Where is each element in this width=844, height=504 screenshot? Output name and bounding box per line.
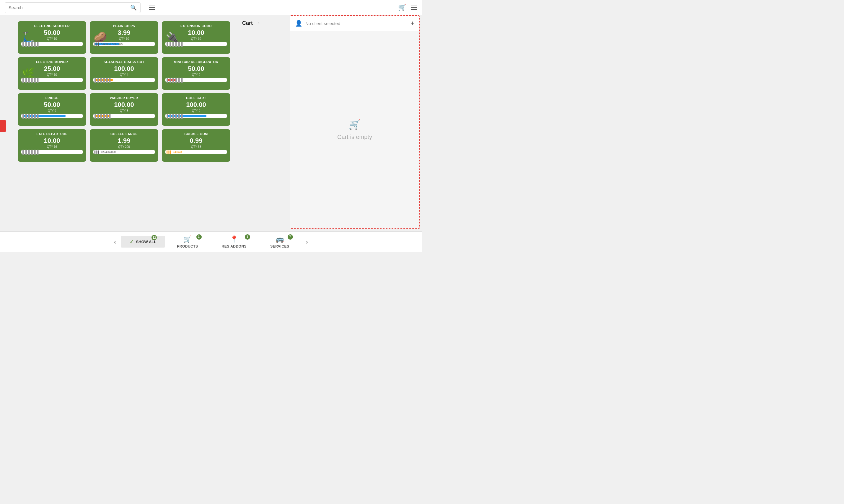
product-qty: QTY 2 xyxy=(192,73,200,76)
product-card-inner: LATE DEPARTURE 10.00 QTY 16 ▌▌▌▌▌▌ xyxy=(21,132,83,154)
product-card-inner: FRIDGE 50.00 QTY 9 ▌▌▌▌▌▌ xyxy=(21,96,83,118)
product-name: COFFEE LARGE xyxy=(110,132,138,136)
product-card[interactable]: MINI BAR REFRIGERATOR 50.00 QTY 2 ▌▌▌▌▌▌ xyxy=(162,57,230,90)
product-bar-container: ▌▌▌▌▌▌ xyxy=(21,78,83,82)
product-qty: QTY 9 xyxy=(48,109,56,112)
product-name: BUBBLE GUM xyxy=(184,132,208,136)
barcode-icon: ▌▌▌▌▌▌ xyxy=(22,42,40,46)
product-name: GOLF CART xyxy=(186,96,207,100)
barcode-icon: ▌▌▌▌▌▌ xyxy=(22,78,40,82)
header: 🔍 🛒 xyxy=(0,0,422,15)
check-icon: ✓ xyxy=(130,239,134,245)
product-bar-container: ▌▌▌▌▌▌ xyxy=(165,114,227,118)
product-name: EXTENSION CORD xyxy=(180,24,212,28)
tab-products[interactable]: 🛒 PRODUCTS 3 xyxy=(165,235,210,249)
product-price: 10.00 xyxy=(44,137,60,145)
search-button[interactable]: 🔍 xyxy=(130,4,137,11)
product-price: 3.99 xyxy=(118,29,130,37)
product-card-inner: COFFEE LARGE 1.99 QTY 200 ▌▌▌ 1234567890 xyxy=(93,132,155,154)
product-bar-container: ▌▌▌▌▌▌ xyxy=(93,78,155,82)
product-price: 1.99 xyxy=(118,137,130,145)
product-name: FRIDGE xyxy=(46,96,59,100)
tab-res-addons[interactable]: 📍 RES ADDONS 1 xyxy=(210,235,259,249)
tab-services[interactable]: 🚌 SERVICES 7 xyxy=(258,235,301,249)
product-name: WASHER DRYER xyxy=(110,96,138,100)
product-qty: QTY 10 xyxy=(47,73,57,76)
product-name: PLAIN CHIPS xyxy=(113,24,135,28)
products-area: 🛴 ELECTRIC SCOOTER 50.00 QTY 10 ▌▌▌▌▌▌ 🥔… xyxy=(0,15,287,231)
product-card[interactable]: LATE DEPARTURE 10.00 QTY 16 ▌▌▌▌▌▌ xyxy=(18,129,86,162)
barcode-text: ▌▌▌ A12345678901122 xyxy=(94,42,123,46)
product-card[interactable]: 🥔 PLAIN CHIPS 3.99 QTY 10 ▌▌▌ A123456789… xyxy=(90,21,158,54)
product-name: SEASONAL GRASS CUT xyxy=(104,60,144,64)
product-card[interactable]: FRIDGE 50.00 QTY 9 ▌▌▌▌▌▌ xyxy=(18,93,86,126)
cart-empty-text: Cart is empty xyxy=(337,134,372,141)
product-name: ELECTRIC MOWER xyxy=(36,60,68,64)
barcode-text: ▌▌▌ 345623 xyxy=(166,150,182,154)
product-price: 0.99 xyxy=(190,137,203,145)
product-bar-container: ▌▌▌▌▌▌ xyxy=(21,150,83,154)
tab-icon: 📍 xyxy=(230,235,238,243)
product-card[interactable]: GOLF CART 100.00 QTY 9 ▌▌▌▌▌▌ xyxy=(162,93,230,126)
product-qty: QTY 9 xyxy=(192,109,200,112)
product-price: 10.00 xyxy=(188,29,204,37)
product-card-inner: BUBBLE GUM 0.99 QTY 33 ▌▌▌ 345623 xyxy=(165,132,227,154)
bottom-bar: ‹ ✓ SHOW ALL 12 🛒 PRODUCTS 3 📍 RES ADDON… xyxy=(0,231,422,252)
product-qty: QTY 3 xyxy=(120,109,128,112)
cart-annotation: Cart → xyxy=(242,20,261,26)
hamburger-icon xyxy=(149,6,155,10)
product-bar-container: ▌▌▌▌▌▌ xyxy=(165,42,227,46)
product-qty: QTY 4 xyxy=(120,73,128,76)
client-icon: 👤 xyxy=(295,20,302,27)
product-card[interactable]: WASHER DRYER 100.00 QTY 3 ▌▌▌▌▌▌ xyxy=(90,93,158,126)
product-card[interactable]: 🔌 EXTENSION CORD 10.00 QTY 10 ▌▌▌▌▌▌ xyxy=(162,21,230,54)
product-name: MINI BAR REFRIGERATOR xyxy=(174,60,218,64)
next-arrow-button[interactable]: › xyxy=(301,238,313,246)
header-menu-button[interactable] xyxy=(146,4,158,11)
cart-header: 👤 No client selected + xyxy=(290,16,419,31)
product-qty: QTY 33 xyxy=(191,145,201,148)
main-layout: 🛴 ELECTRIC SCOOTER 50.00 QTY 10 ▌▌▌▌▌▌ 🥔… xyxy=(0,15,422,231)
product-card-inner: MINI BAR REFRIGERATOR 50.00 QTY 2 ▌▌▌▌▌▌ xyxy=(165,60,227,82)
product-qty: QTY 16 xyxy=(47,145,57,148)
product-card[interactable]: 🛴 ELECTRIC SCOOTER 50.00 QTY 10 ▌▌▌▌▌▌ xyxy=(18,21,86,54)
barcode-icon: ▌▌▌▌▌▌ xyxy=(166,114,184,118)
product-card[interactable]: SEASONAL GRASS CUT 100.00 QTY 4 ▌▌▌▌▌▌ xyxy=(90,57,158,90)
product-grid: 🛴 ELECTRIC SCOOTER 50.00 QTY 10 ▌▌▌▌▌▌ 🥔… xyxy=(18,21,230,162)
product-bar-container: ▌▌▌▌▌▌ xyxy=(21,42,83,46)
barcode-icon: ▌▌▌▌▌▌ xyxy=(166,78,184,82)
product-price: 25.00 xyxy=(44,65,60,73)
search-container: 🔍 xyxy=(5,2,141,13)
product-qty: QTY 10 xyxy=(47,37,57,40)
header-right-menu-button[interactable] xyxy=(411,6,417,10)
no-client-text: No client selected xyxy=(305,21,410,26)
product-bar-container: ▌▌▌▌▌▌ xyxy=(21,114,83,118)
product-bar-container: ▌▌▌ A12345678901122 xyxy=(93,42,155,46)
product-card-inner: GOLF CART 100.00 QTY 9 ▌▌▌▌▌▌ xyxy=(165,96,227,118)
tab-label: RES ADDONS xyxy=(222,244,247,249)
product-price: 50.00 xyxy=(44,101,60,109)
product-qty: QTY 10 xyxy=(119,37,129,40)
tab-badge: 1 xyxy=(245,234,250,240)
tab-badge: 3 xyxy=(196,234,202,240)
product-price: 100.00 xyxy=(114,101,134,109)
cart-empty-icon: 🛒 xyxy=(349,119,361,130)
product-card[interactable]: COFFEE LARGE 1.99 QTY 200 ▌▌▌ 1234567890 xyxy=(90,129,158,162)
product-card[interactable]: 🌿 ELECTRIC MOWER 25.00 QTY 10 ▌▌▌▌▌▌ xyxy=(18,57,86,90)
product-name: LATE DEPARTURE xyxy=(36,132,68,136)
header-right: 🛒 xyxy=(398,4,417,12)
left-toggle-button[interactable] xyxy=(0,120,6,132)
product-bar-container: ▌▌▌ 345623 xyxy=(165,150,227,154)
prev-arrow-button[interactable]: ‹ xyxy=(109,238,121,246)
barcode-text: ▌▌▌ 1234567890 xyxy=(94,150,116,154)
search-input[interactable] xyxy=(8,5,130,10)
barcode-icon: ▌▌▌▌▌▌ xyxy=(22,150,40,154)
cart-body: 🛒 Cart is empty xyxy=(290,31,419,228)
product-card-inner: SEASONAL GRASS CUT 100.00 QTY 4 ▌▌▌▌▌▌ xyxy=(93,60,155,82)
cart-add-button[interactable]: + xyxy=(410,19,414,27)
header-cart-button[interactable]: 🛒 xyxy=(398,4,406,12)
product-card[interactable]: BUBBLE GUM 0.99 QTY 33 ▌▌▌ 345623 xyxy=(162,129,230,162)
tab-icon: 🚌 xyxy=(276,235,284,243)
product-card-inner: WASHER DRYER 100.00 QTY 3 ▌▌▌▌▌▌ xyxy=(93,96,155,118)
show-all-button[interactable]: ✓ SHOW ALL 12 xyxy=(121,236,165,248)
